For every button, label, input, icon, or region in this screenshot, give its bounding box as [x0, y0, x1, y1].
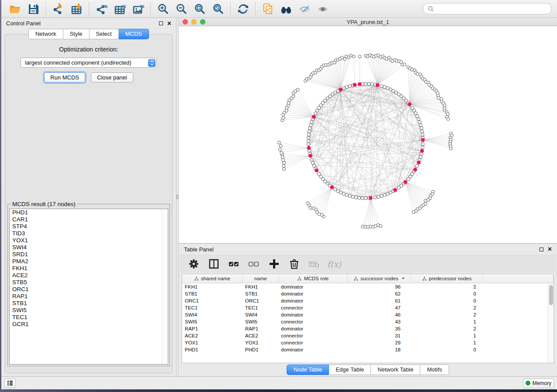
mcds-result-item[interactable]: SWI5: [10, 307, 168, 314]
status-bar: Memory: [1, 376, 557, 389]
show-graphics-details-button[interactable]: [315, 1, 331, 16]
select-all-checkboxes-button[interactable]: [226, 257, 241, 271]
tab-select[interactable]: Select: [90, 29, 119, 39]
tab-network[interactable]: Network: [28, 29, 63, 39]
table-cell: RAP1: [243, 326, 279, 331]
import-network-icon: [52, 3, 64, 15]
zoom-in-button[interactable]: [155, 1, 171, 16]
column-header-shared-name[interactable]: shared name: [182, 274, 243, 283]
table-cell: SWI5: [182, 319, 243, 324]
zoom-selected-button[interactable]: [210, 1, 226, 16]
mcds-result-item[interactable]: ACE2: [10, 272, 168, 279]
memory-button[interactable]: Memory: [523, 378, 554, 388]
new-network-from-selection-button[interactable]: [259, 1, 276, 16]
table-row[interactable]: PHD1PHD1dominator180: [182, 346, 554, 353]
column-header-name[interactable]: name: [243, 274, 279, 283]
float-panel-icon[interactable]: [159, 21, 163, 25]
mcds-result-item[interactable]: YOX1: [10, 237, 168, 244]
table-scrollbar[interactable]: [548, 283, 554, 363]
mcds-result-item[interactable]: STB1: [10, 300, 168, 307]
attribute-type-icon: [422, 277, 426, 281]
mcds-list-scrollbar[interactable]: [162, 210, 167, 364]
float-table-panel-icon[interactable]: [540, 248, 543, 251]
open-file-icon: [9, 3, 21, 15]
mcds-tab-content: Optimization criterion: largest connecte…: [5, 34, 173, 373]
mcds-result-item[interactable]: TID3: [10, 230, 168, 237]
network-window-titlebar[interactable]: YPA_prune.txt_1: [179, 18, 557, 26]
table-row[interactable]: ORC1ORC1dominator610: [182, 297, 554, 304]
table-row[interactable]: RAP1RAP1dominator352: [182, 325, 554, 332]
mcds-result-item[interactable]: ORC1: [10, 286, 168, 293]
add-column-button[interactable]: [266, 257, 281, 271]
import-table-button[interactable]: [68, 1, 85, 16]
mcds-result-list[interactable]: PHD1CAR1STP4TID3YOX1SWI4SRD1PMA2FKH1ACE2…: [9, 209, 168, 364]
network-graph[interactable]: [179, 26, 557, 243]
mcds-result-item[interactable]: STP4: [10, 223, 168, 230]
run-mcds-button[interactable]: Run MCDS: [44, 72, 85, 83]
mcds-result-item[interactable]: RAP1: [10, 293, 168, 300]
hide-graphics-details-button[interactable]: [296, 1, 313, 16]
criterion-dropdown[interactable]: largest connected component (undirected): [21, 58, 157, 68]
table-row[interactable]: SWI4SWI4dominator462: [182, 311, 554, 318]
tab-network-table[interactable]: Network Table: [371, 364, 420, 375]
table-cell: 18: [348, 347, 411, 352]
save-session-button[interactable]: [25, 1, 42, 16]
toolbar-group: [93, 1, 146, 16]
network-canvas[interactable]: [179, 26, 557, 243]
refresh-button[interactable]: [235, 1, 251, 16]
tab-node-table[interactable]: Node Table: [287, 364, 329, 375]
dropdown-stepper-icon: [148, 59, 156, 67]
table-row[interactable]: YOX1YOX1connector291: [182, 339, 554, 346]
zoom-out-button[interactable]: [173, 1, 190, 16]
memory-label: Memory: [533, 380, 551, 386]
tab-style[interactable]: Style: [63, 29, 90, 39]
mcds-result-item[interactable]: SRD1: [10, 251, 168, 258]
search-input[interactable]: [436, 6, 547, 12]
import-network-button[interactable]: [50, 1, 66, 16]
first-neighbors-button[interactable]: [278, 1, 294, 16]
column-header-successor-nodes[interactable]: successor nodes: [348, 274, 411, 283]
close-panel-button[interactable]: Close panel: [91, 72, 133, 83]
apply-function-button[interactable]: f(x): [327, 257, 342, 271]
splitter-handle-icon[interactable]: [176, 195, 178, 199]
mcds-result-item[interactable]: STB5: [10, 279, 168, 286]
settings-gear-button[interactable]: [186, 257, 201, 271]
table-cell: ACE2: [182, 333, 243, 338]
delete-column-button[interactable]: [287, 257, 301, 271]
column-header-predecessor-nodes[interactable]: predecessor nodes: [411, 274, 483, 283]
mcds-result-item[interactable]: TEC1: [10, 314, 168, 321]
table-scrollbar-thumb[interactable]: [549, 285, 553, 305]
zoom-fit-button[interactable]: [191, 1, 208, 16]
table-cell: 1: [411, 319, 483, 324]
export-table-button[interactable]: [111, 1, 128, 16]
close-panel-icon[interactable]: ×: [167, 21, 171, 26]
table-row[interactable]: FKH1FKH1dominator962: [182, 283, 554, 290]
mcds-result-item[interactable]: GCR1: [10, 321, 168, 328]
tab-mcds[interactable]: MCDS: [119, 29, 149, 39]
search-field[interactable]: [423, 3, 552, 14]
mcds-result-item[interactable]: CAR1: [10, 216, 168, 223]
table-cell: TEC1: [243, 305, 279, 310]
table-row[interactable]: ACE2ACE2connector311: [182, 332, 554, 339]
table-row[interactable]: TEC1TEC1connector472: [182, 304, 554, 311]
mcds-result-item[interactable]: SWI4: [10, 244, 168, 251]
column-header-MCDS-role[interactable]: MCDS role: [279, 274, 348, 283]
export-image-button[interactable]: [130, 1, 146, 16]
close-table-panel-icon[interactable]: ×: [548, 247, 552, 251]
mcds-result-item[interactable]: PMA2: [10, 258, 168, 265]
tab-edge-table[interactable]: Edge Table: [329, 364, 371, 375]
unselect-all-checkboxes-button[interactable]: [246, 257, 261, 271]
open-file-button[interactable]: [7, 1, 23, 16]
mcds-result-title: MCDS result (17 nodes): [11, 201, 77, 207]
tab-motifs[interactable]: Motifs: [420, 364, 449, 375]
table-row[interactable]: SWI5SWI5connector431: [182, 318, 554, 325]
task-history-button[interactable]: [4, 378, 16, 388]
mcds-result-item[interactable]: PHD1: [10, 209, 168, 216]
delete-table-button[interactable]: [307, 257, 322, 271]
table-cell: FKH1: [243, 284, 279, 289]
export-network-button[interactable]: [93, 1, 110, 16]
mcds-result-item[interactable]: FKH1: [10, 265, 168, 272]
split-columns-button[interactable]: [206, 257, 221, 271]
table-cell: 0: [411, 298, 483, 303]
table-row[interactable]: STB1STB1dominator620: [182, 290, 554, 297]
